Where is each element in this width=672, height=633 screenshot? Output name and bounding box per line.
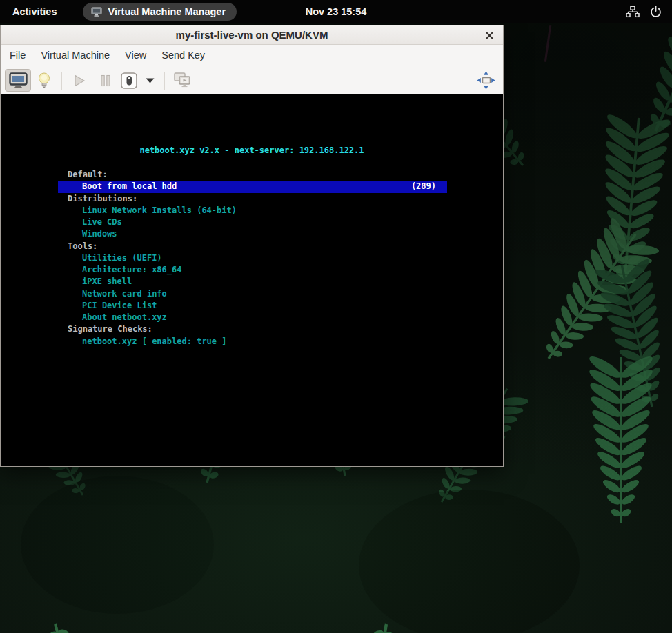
boot-menu-item[interactable]: Utilities (UEFI) [58,252,447,264]
shutdown-button[interactable] [119,69,139,92]
boot-menu-item[interactable]: Architecture: x86_64 [58,264,447,276]
boot-menu-label: Distributions: [68,194,137,203]
fullscreen-icon [476,70,496,90]
shutdown-icon [120,72,138,90]
boot-menu-label: Linux Network Installs (64-bit) [82,205,237,215]
boot-menu-header: Default: [58,169,447,181]
wired-network-icon [626,6,640,18]
boot-menu-header: Distributions: [58,193,447,205]
menu-view[interactable]: View [117,45,154,66]
menu-virtual-machine[interactable]: Virtual Machine [33,45,117,66]
vm-console-display[interactable]: netboot.xyz v2.x - next-server: 192.168.… [1,94,503,466]
focused-app-indicator[interactable]: Virtual Machine Manager [83,3,237,21]
boot-menu-item[interactable]: iPXE shell [58,276,447,288]
play-icon [74,74,86,87]
boot-menu-header: Tools: [58,241,447,252]
boot-menu-item[interactable]: Boot from local hdd(289) [58,181,447,192]
netboot-title: netboot.xyz v2.x - next-server: 192.168.… [1,145,503,155]
boot-menu-label: iPXE shell [82,277,132,286]
focused-app-label: Virtual Machine Manager [108,6,226,17]
monitor-icon [9,72,28,89]
lightbulb-icon [37,72,52,90]
vm-window: my-first-live-vm on QEMU/KVM File Virtua… [0,25,504,467]
boot-menu-item[interactable]: netboot.xyz [ enabled: true ] [58,336,447,348]
boot-menu: Default:Boot from local hdd(289)Distribu… [58,169,447,348]
graphical-console-button[interactable] [5,69,31,92]
boot-menu-label: Signature Checks: [68,324,152,334]
boot-menu-header: Signature Checks: [58,323,447,335]
desktop: Activities Virtual Machine Manager Nov 2… [0,0,672,633]
boot-menu-item[interactable]: Windows [58,228,447,240]
boot-menu-label: Default: [68,170,108,179]
boot-menu-label: Windows [82,229,117,239]
vmm-app-icon [91,7,102,17]
boot-menu-label: Boot from local hdd [82,181,177,191]
toolbar-separator [164,72,165,90]
boot-menu-label: netboot.xyz [ enabled: true ] [82,336,227,346]
boot-countdown: (289) [411,181,436,192]
boot-menu-label: PCI Device List [82,301,157,310]
boot-menu-item[interactable]: PCI Device List [58,300,447,312]
pause-icon [100,74,111,87]
chevron-down-icon [146,78,155,83]
boot-menu-label: Architecture: x86_64 [82,265,182,274]
toolbar [1,66,503,94]
boot-menu-item[interactable]: About netboot.xyz [58,312,447,323]
pause-button [92,69,119,92]
menu-send-key[interactable]: Send Key [154,45,213,66]
boot-menu-label: Network card info [82,289,167,299]
close-icon[interactable] [481,27,497,43]
snapshots-icon [173,72,192,89]
activities-button[interactable]: Activities [0,0,69,23]
window-titlebar[interactable]: my-first-live-vm on QEMU/KVM [1,25,503,45]
system-status-area[interactable] [626,5,672,18]
window-title: my-first-live-vm on QEMU/KVM [1,29,503,41]
fullscreen-button[interactable] [473,69,499,92]
boot-menu-item[interactable]: Network card info [58,288,447,300]
menu-file[interactable]: File [2,45,33,66]
boot-menu-item[interactable]: Live CDs [58,217,447,228]
toolbar-separator [61,72,62,90]
gnome-top-bar: Activities Virtual Machine Manager Nov 2… [0,0,672,23]
boot-menu-label: Live CDs [82,217,122,227]
run-button [66,69,92,92]
boot-menu-label: Utilities (UEFI) [82,253,162,263]
shutdown-menu-button[interactable] [139,69,160,92]
boot-menu-label: About netboot.xyz [82,312,167,322]
show-details-button[interactable] [31,69,57,92]
menubar: File Virtual Machine View Send Key [1,45,503,66]
power-icon [649,5,662,18]
snapshots-button [169,69,195,92]
boot-menu-item[interactable]: Linux Network Installs (64-bit) [58,205,447,217]
boot-menu-label: Tools: [68,241,97,251]
